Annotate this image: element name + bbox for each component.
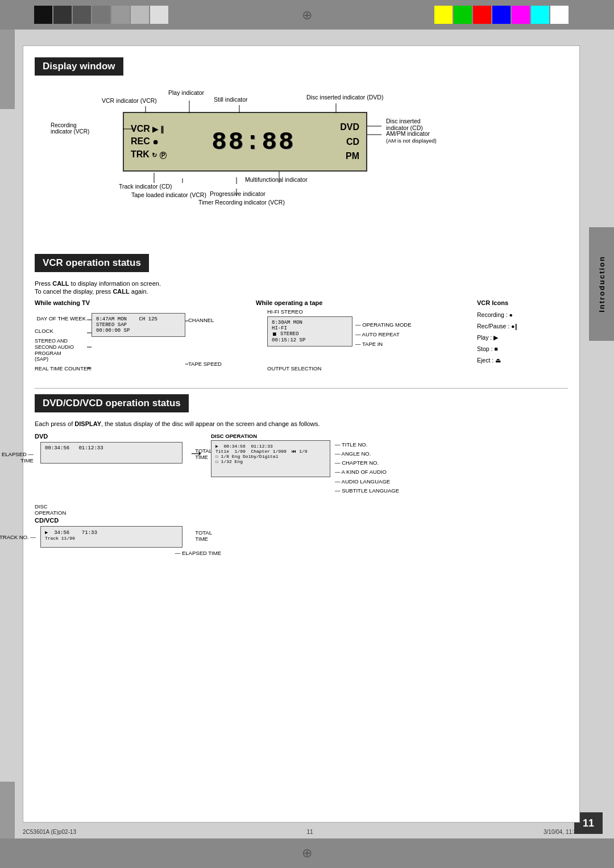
color-block-7 — [150, 6, 168, 24]
footer: 2C53601A (E)p02-13 11 3/10/04, 11:31 — [23, 829, 580, 835]
side-tab-label: Introduction — [598, 256, 606, 312]
tape-right-labels: — OPERATING MODE — AUTO REPEAT — TAPE IN — [355, 320, 412, 349]
display-diagram: VCR ▶ ‖ REC ⏺ TRK ↻ P 88:88 DVD CD PM — [35, 84, 568, 248]
color-block-green — [454, 6, 472, 24]
disc-inserted-cd-label: Disc insertedindicator (CD) — [386, 118, 423, 131]
elapsed-time-label-dvd: ELAPSED —TIME — [2, 451, 34, 464]
gray-strip-top — [0, 30, 15, 109]
color-blocks-left — [34, 6, 168, 24]
lcd-right: DVD CD PM — [340, 120, 359, 164]
vcr-diagrams-row: While watching TV DAY OF THE WEEK CLOCK … — [35, 299, 568, 382]
lcd-cd: CD — [340, 135, 359, 149]
divider — [35, 388, 568, 389]
lcd-trk-line: TRK ↻ P — [131, 148, 167, 161]
cdvcd-left-panel: DISCOPERATION CD/VCD TRACK NO. — ▶ 34:56… — [35, 503, 182, 548]
cdvcd-subsection: DISCOPERATION CD/VCD TRACK NO. — ▶ 34:56… — [35, 503, 568, 548]
am-pm-indicator-label: AM/PM indicator(AM is not displayed) — [386, 130, 437, 144]
main-content: Display window VCR ▶ ‖ REC ⏺ TRK ↻ P 88:… — [23, 45, 580, 823]
dvd-operation-section: DVD/CD/VCD operation status Each press o… — [35, 394, 568, 548]
gray-strip-bottom — [0, 782, 15, 838]
color-block-cyan — [531, 6, 549, 24]
vcr-desc-1: Press CALL to display information on scr… — [35, 280, 568, 287]
cdvcd-top-labels: DISCOPERATION — [35, 503, 182, 516]
watching-tv-title: While watching TV — [35, 299, 247, 306]
footer-left: 2C53601A (E)p02-13 — [23, 829, 76, 835]
dvd-detail-row: ▶ 00:34:56 01:12:33 Title 1/99 Chapter 1… — [211, 440, 568, 495]
tape-loaded-label: Tape loaded indicator (VCR) — [131, 191, 206, 198]
watching-tv-diagram: DAY OF THE WEEK CLOCK STEREO ANDSECOND A… — [35, 308, 247, 382]
play-indicator-label: Play indicator — [168, 89, 204, 96]
hi-fi-label: HI-FI STEREO — [267, 308, 303, 315]
display-window-section: Display window VCR ▶ ‖ REC ⏺ TRK ↻ P 88:… — [35, 57, 568, 248]
output-selection-label: OUTPUT SELECTION — [267, 365, 321, 372]
vcr-icon-stop: Stop : ■ — [477, 344, 568, 355]
recording-indicator-label: Recording indicator (VCR) — [51, 122, 89, 135]
vcr-icon-recording: Recording : ● — [477, 310, 568, 321]
track-no-label: TRACK NO. — — [0, 534, 36, 540]
dvd-diagram: ELAPSED —TIME 00:34:56 01:12:33 TOTALTIM… — [35, 442, 182, 464]
total-time-label-dvd: TOTALTIME — [195, 448, 212, 460]
color-block-red — [473, 6, 491, 24]
vcr-icon-recpause: Rec/Pause : ●‖ — [477, 321, 568, 332]
color-block-3 — [73, 6, 91, 24]
dvd-subsection: DVD ELAPSED —TIME 00:34:56 01:12:33 TOTA… — [35, 433, 568, 495]
total-time-cdvcd: TOTALTIME — [195, 529, 212, 542]
dvd-screen-1: 00:34:56 01:12:33 — [40, 442, 182, 464]
vcr-operation-header: VCR operation status — [35, 254, 149, 272]
vcr-icons-section: VCR Icons Recording : ● Rec/Pause : ●‖ P… — [477, 299, 568, 382]
dvd-operation-header: DVD/CD/VCD operation status — [35, 394, 189, 412]
lcd-vcr-line: VCR ▶ ‖ — [131, 123, 167, 135]
vcr-operating-tape: While operating a tape HI-FI STEREO 8:30… — [256, 299, 468, 382]
operating-tape-title: While operating a tape — [256, 299, 468, 306]
color-block-yellow — [434, 6, 453, 24]
tape-diagram: HI-FI STEREO 8:30AM MON HI-FI ⏹ STEREO 0… — [256, 308, 468, 382]
color-block-2 — [53, 6, 72, 24]
multifunctional-label: Multifunctional indicator — [245, 176, 308, 183]
lcd-rec-line: REC ⏺ — [131, 135, 167, 148]
display-window-header: Display window — [35, 57, 123, 76]
cdvcd-label: CD/VCD — [35, 517, 182, 524]
vcr-icon-eject: Eject : ⏏ — [477, 355, 568, 366]
lcd-row: VCR ▶ ‖ REC ⏺ TRK ↻ P 88:88 DVD CD PM — [131, 120, 359, 164]
dvd-right-panel: DISC OPERATION ▶ 00:34:56 01:12:33 Title… — [211, 433, 568, 495]
vcr-icons-title: VCR Icons — [477, 299, 568, 306]
color-block-4 — [92, 6, 110, 24]
still-indicator-label: Still indicator — [214, 96, 248, 103]
footer-right: 3/10/04, 11:31 — [544, 829, 580, 835]
lcd-left: VCR ▶ ‖ REC ⏺ TRK ↻ P — [131, 123, 167, 161]
dvd-right-annotations: — TITLE NO. — ANGLE NO. — CHAPTER NO. — … — [335, 440, 399, 495]
vcr-desc-2: To cancel the display, press CALL again. — [35, 288, 568, 295]
lcd-display: VCR ▶ ‖ REC ⏺ TRK ↻ P 88:88 DVD CD PM — [123, 112, 367, 172]
footer-center: 11 — [306, 829, 313, 835]
disc-operation-label: DISC OPERATION — [211, 433, 568, 439]
timer-recording-label: Timer Recording indicator (VCR) — [198, 199, 285, 206]
vcr-icons-list: Recording : ● Rec/Pause : ●‖ Play : ▶ St… — [477, 310, 568, 366]
dvd-description: Each press of DISPLAY, the status displa… — [35, 420, 568, 427]
vcr-watching-tv: While watching TV DAY OF THE WEEK CLOCK … — [35, 299, 247, 382]
color-block-blue — [492, 6, 511, 24]
vcr-operation-section: VCR operation status Press CALL to displ… — [35, 254, 568, 382]
top-bar: ⊕ — [0, 0, 614, 30]
tape-screen: 8:30AM MON HI-FI ⏹ STEREO 00:15:12 SP — [267, 316, 352, 347]
color-blocks-right — [434, 6, 569, 24]
vcr-icon-play: Play : ▶ — [477, 332, 568, 344]
lcd-time-display: 88:88 — [211, 128, 295, 156]
progressive-indicator-label: Progressive indicator — [210, 190, 265, 197]
lcd-pm: PM — [340, 149, 359, 164]
side-tab: Introduction — [589, 227, 614, 341]
dvd-label: DVD — [35, 433, 182, 440]
registration-mark-bottom: ⊕ — [302, 846, 312, 861]
vcr-indicator-label: VCR indicator (VCR) — [102, 97, 157, 104]
color-block-white — [550, 6, 569, 24]
dvd-left-panel: DVD ELAPSED —TIME 00:34:56 01:12:33 TOTA… — [35, 433, 182, 464]
color-block-1 — [34, 6, 52, 24]
color-block-6 — [131, 6, 149, 24]
registration-mark-top: ⊕ — [302, 8, 312, 23]
dvd-screen-2: ▶ 00:34:56 01:12:33 Title 1/99 Chapter 1… — [211, 440, 330, 477]
disc-inserted-dvd-label: Disc inserted indicator (DVD) — [306, 94, 383, 101]
cdvcd-screen: ▶ 34:56 71:33 Track 11/99 — [40, 526, 182, 548]
cdvcd-diagram: TRACK NO. — ▶ 34:56 71:33 Track 11/99 TO… — [35, 526, 182, 548]
lcd-dvd: DVD — [340, 120, 359, 135]
bottom-bar: ⊕ — [0, 838, 614, 868]
color-block-5 — [111, 6, 130, 24]
